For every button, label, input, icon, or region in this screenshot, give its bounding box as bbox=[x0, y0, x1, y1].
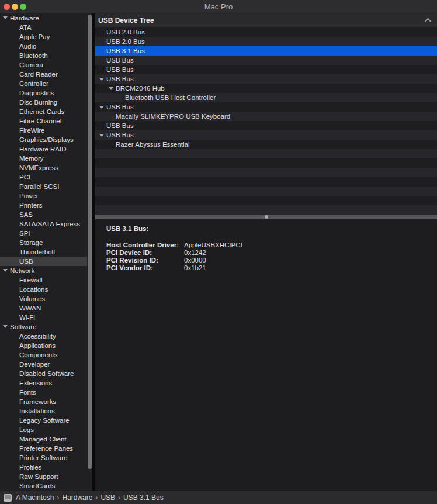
sidebar-item-pci[interactable]: PCI bbox=[0, 172, 87, 182]
sidebar-item-card-reader[interactable]: Card Reader bbox=[0, 70, 87, 79]
close-button[interactable] bbox=[4, 4, 10, 10]
tree-row-usb-bus[interactable]: USB Bus bbox=[95, 56, 437, 65]
sidebar-item-label: Raw Support bbox=[19, 472, 58, 481]
tree-row-macally-slimkeypro-usb-keyboard[interactable]: Macally SLIMKEYPRO USB Keyboard bbox=[95, 112, 437, 121]
detail-field-label: PCI Revision ID: bbox=[106, 257, 184, 264]
sidebar-item-apple-pay[interactable]: Apple Pay bbox=[0, 32, 87, 42]
minimize-button[interactable] bbox=[12, 4, 18, 10]
detail-field-pci-vendor-id: PCI Vendor ID:0x1b21 bbox=[106, 264, 437, 272]
sidebar-item-camera[interactable]: Camera bbox=[0, 60, 87, 70]
tree-row-usb-3-1-bus[interactable]: USB 3.1 Bus bbox=[95, 46, 437, 56]
sidebar-item-ethernet-cards[interactable]: Ethernet Cards bbox=[0, 107, 87, 116]
sidebar-item-preference-panes[interactable]: Preference Panes bbox=[0, 444, 87, 453]
sidebar-item-sas[interactable]: SAS bbox=[0, 210, 87, 219]
sidebar-item-storage[interactable]: Storage bbox=[0, 238, 87, 247]
computer-icon bbox=[4, 494, 12, 502]
sidebar-item-firewire[interactable]: FireWire bbox=[0, 126, 87, 135]
sidebar-item-smartcards[interactable]: SmartCards bbox=[0, 481, 87, 491]
tree-row-usb-2-0-bus[interactable]: USB 2.0 Bus bbox=[95, 27, 437, 37]
sidebar-item-printer-software[interactable]: Printer Software bbox=[0, 453, 87, 462]
tree-row-razer-abyssus-essential[interactable]: Razer Abyssus Essential bbox=[95, 140, 437, 149]
tree-row-brcm2046-hub[interactable]: BRCM2046 Hub bbox=[95, 84, 437, 93]
tree-row-bluetooth-usb-host-controller[interactable]: Bluetooth USB Host Controller bbox=[95, 93, 437, 102]
sidebar-item-legacy-software[interactable]: Legacy Software bbox=[0, 416, 87, 425]
sidebar-item-diagnostics[interactable]: Diagnostics bbox=[0, 88, 87, 98]
sidebar-item-nvmexpress[interactable]: NVMExpress bbox=[0, 163, 87, 172]
zoom-button[interactable] bbox=[20, 4, 26, 10]
sidebar-item-frameworks[interactable]: Frameworks bbox=[0, 397, 87, 406]
sidebar-item-graphics-displays[interactable]: Graphics/Displays bbox=[0, 135, 87, 144]
disclosure-triangle-icon[interactable] bbox=[99, 106, 106, 109]
sidebar-item-label: Ethernet Cards bbox=[19, 107, 64, 116]
sidebar-section-label: Software bbox=[10, 322, 36, 332]
disclosure-triangle-icon[interactable] bbox=[99, 78, 106, 81]
sidebar-item-wwan[interactable]: WWAN bbox=[0, 303, 87, 313]
collapse-chevron-icon[interactable] bbox=[425, 18, 431, 24]
sidebar-item-developer[interactable]: Developer bbox=[0, 360, 87, 369]
sidebar-item-sata-sata-express[interactable]: SATA/SATA Express bbox=[0, 219, 87, 229]
sidebar-item-installations[interactable]: Installations bbox=[0, 406, 87, 416]
sidebar-item-applications[interactable]: Applications bbox=[0, 341, 87, 350]
sidebar-item-disabled-software[interactable]: Disabled Software bbox=[0, 369, 87, 378]
sidebar-item-profiles[interactable]: Profiles bbox=[0, 462, 87, 472]
sidebar-item-label: Extensions bbox=[19, 378, 52, 388]
tree-row-usb-bus[interactable]: USB Bus bbox=[95, 102, 437, 112]
sidebar-item-parallel-scsi[interactable]: Parallel SCSI bbox=[0, 182, 87, 191]
sidebar-item-label: Graphics/Displays bbox=[19, 135, 74, 144]
tree-header[interactable]: USB Device Tree bbox=[95, 13, 437, 27]
sidebar-item-volumes[interactable]: Volumes bbox=[0, 294, 87, 303]
sidebar-item-label: Printer Software bbox=[19, 453, 67, 462]
tree-row-label: USB Bus bbox=[106, 121, 134, 130]
tree-row-empty bbox=[95, 149, 437, 158]
sidebar-item-controller[interactable]: Controller bbox=[0, 79, 87, 88]
sidebar-scrollbar-thumb[interactable] bbox=[88, 15, 92, 469]
sidebar-item-label: Legacy Software bbox=[19, 416, 70, 425]
tree-row-empty bbox=[95, 158, 437, 168]
tree-row-usb-2-0-bus[interactable]: USB 2.0 Bus bbox=[95, 37, 437, 46]
sidebar-item-memory[interactable]: Memory bbox=[0, 154, 87, 163]
sidebar-item-label: Power bbox=[19, 191, 39, 201]
sidebar-section-software[interactable]: Software bbox=[0, 322, 87, 332]
pane-splitter[interactable] bbox=[95, 215, 437, 219]
sidebar-item-components[interactable]: Components bbox=[0, 350, 87, 360]
sidebar-item-accessibility[interactable]: Accessibility bbox=[0, 332, 87, 341]
sidebar-item-extensions[interactable]: Extensions bbox=[0, 378, 87, 388]
tree-row-usb-bus[interactable]: USB Bus bbox=[95, 65, 437, 74]
detail-field-value: 0x0000 bbox=[184, 257, 206, 264]
tree-row-empty bbox=[95, 187, 437, 196]
sidebar-item-fonts[interactable]: Fonts bbox=[0, 388, 87, 397]
sidebar-item-power[interactable]: Power bbox=[0, 191, 87, 201]
sidebar-item-wi-fi[interactable]: Wi-Fi bbox=[0, 313, 87, 322]
sidebar-item-disc-burning[interactable]: Disc Burning bbox=[0, 98, 87, 107]
disclosure-triangle-icon[interactable] bbox=[109, 87, 116, 90]
sidebar-item-firewall[interactable]: Firewall bbox=[0, 275, 87, 285]
sidebar-item-locations[interactable]: Locations bbox=[0, 285, 87, 294]
breadcrumb-item-hardware: Hardware bbox=[62, 493, 92, 502]
sidebar-item-logs[interactable]: Logs bbox=[0, 425, 87, 434]
sidebar-section-network[interactable]: Network bbox=[0, 266, 87, 275]
sidebar-item-label: Fibre Channel bbox=[19, 116, 61, 126]
breadcrumb-separator: › bbox=[95, 493, 98, 502]
tree-row-usb-bus[interactable]: USB Bus bbox=[95, 74, 437, 84]
sidebar-item-fibre-channel[interactable]: Fibre Channel bbox=[0, 116, 87, 126]
sidebar-item-label: Camera bbox=[19, 60, 43, 70]
sidebar-item-raw-support[interactable]: Raw Support bbox=[0, 472, 87, 481]
sidebar-item-hardware-raid[interactable]: Hardware RAID bbox=[0, 144, 87, 154]
sidebar-item-printers[interactable]: Printers bbox=[0, 201, 87, 210]
tree-row-usb-bus[interactable]: USB Bus bbox=[95, 130, 437, 140]
sidebar-item-spi[interactable]: SPI bbox=[0, 229, 87, 238]
tree-row-usb-bus[interactable]: USB Bus bbox=[95, 121, 437, 130]
sidebar-item-audio[interactable]: Audio bbox=[0, 42, 87, 51]
sidebar-item-label: Bluetooth bbox=[19, 51, 48, 60]
disclosure-triangle-icon[interactable] bbox=[99, 134, 106, 137]
sidebar-section-hardware[interactable]: Hardware bbox=[0, 13, 87, 23]
sidebar-item-bluetooth[interactable]: Bluetooth bbox=[0, 51, 87, 60]
sidebar-item-managed-client[interactable]: Managed Client bbox=[0, 434, 87, 444]
splitter-handle-icon bbox=[265, 215, 268, 219]
title-bar[interactable]: Mac Pro bbox=[0, 0, 437, 13]
sidebar-item-usb[interactable]: USB bbox=[0, 257, 87, 266]
sidebar-item-ata[interactable]: ATA bbox=[0, 23, 87, 32]
sidebar-item-label: Installations bbox=[19, 406, 55, 416]
main-panel: USB Device Tree USB 2.0 BusUSB 2.0 BusUS… bbox=[95, 13, 437, 491]
sidebar-item-thunderbolt[interactable]: Thunderbolt bbox=[0, 247, 87, 257]
